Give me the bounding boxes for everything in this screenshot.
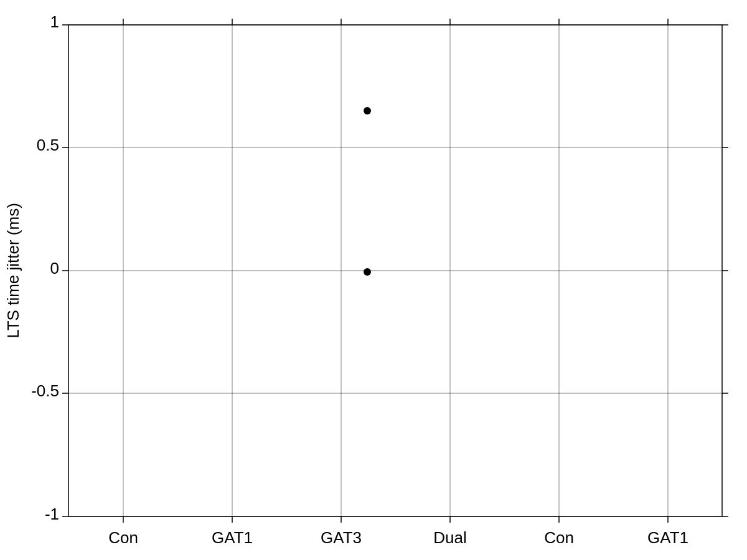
ylabel-n05: -0.5 xyxy=(31,381,59,400)
y-axis-title: LTS time jitter (ms) xyxy=(4,203,22,338)
xlabel-gat3: GAT3 xyxy=(321,528,362,547)
ylabel-n1: -1 xyxy=(45,505,59,523)
xlabel-con1: Con xyxy=(108,528,138,547)
chart-container: 1 0.5 0 -0.5 -1 Con GAT1 GAT3 Dual Con G… xyxy=(0,0,747,560)
data-point-1 xyxy=(364,268,371,276)
xlabel-gat1-2: GAT1 xyxy=(647,528,688,547)
ylabel-0: 0 xyxy=(50,259,59,278)
ylabel-05: 0.5 xyxy=(37,136,59,154)
ylabel-1: 1 xyxy=(50,12,59,31)
xlabel-dual: Dual xyxy=(433,528,466,547)
xlabel-gat1-1: GAT1 xyxy=(212,528,253,547)
chart-svg: 1 0.5 0 -0.5 -1 Con GAT1 GAT3 Dual Con G… xyxy=(0,0,747,560)
xlabel-con2: Con xyxy=(544,528,574,547)
data-point-2 xyxy=(364,107,371,114)
